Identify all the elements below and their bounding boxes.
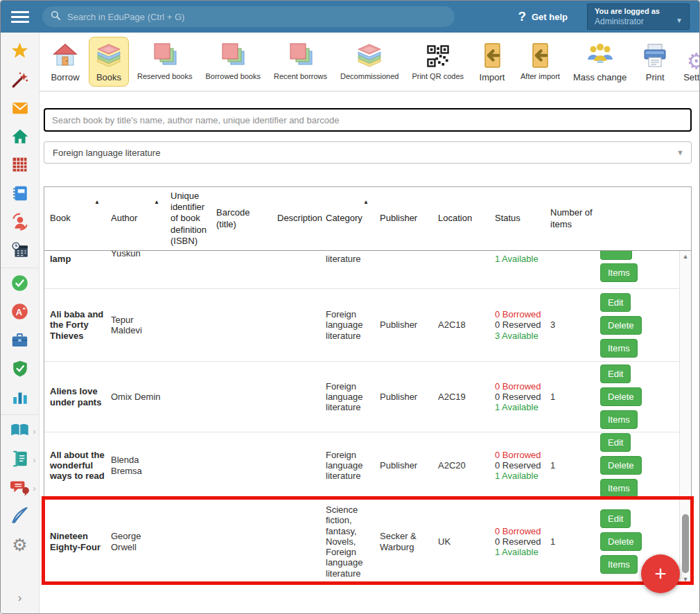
author-cell: Omix Demin (105, 362, 165, 432)
vertical-scrollbar[interactable]: ▲ ▼ (679, 251, 691, 584)
toolbar-item-settings[interactable]: ⚙⚙Settings (679, 37, 700, 87)
sidebar-item-star[interactable] (1, 38, 40, 67)
items-button[interactable]: Items (600, 479, 638, 498)
sidebar-item-grades[interactable]: A+ (1, 299, 40, 327)
hamburger-menu-icon[interactable] (11, 8, 29, 26)
column-header-description[interactable]: Description (272, 187, 320, 250)
toolbar-item-import[interactable]: Import (472, 37, 512, 87)
sidebar-item-results-chart[interactable] (1, 384, 40, 412)
column-header-location[interactable]: Location (432, 187, 489, 250)
author-cell: George Orwell (105, 499, 165, 584)
status-available: 1 Available (495, 547, 541, 557)
get-help-label: Get help (532, 12, 568, 22)
sidebar-item-home[interactable] (1, 123, 40, 152)
column-header-number-of-items[interactable]: Number of items (545, 187, 595, 250)
toolbar-item-reserved-books[interactable]: Reserved books (132, 37, 198, 85)
items-button[interactable]: Items (600, 555, 638, 574)
edit-button[interactable]: Edit (600, 433, 631, 452)
toolbar-item-books[interactable]: Books (89, 37, 129, 87)
column-header-unique-identifier-of-book-definition-isbn[interactable]: Unique identifier of book definition (IS… (165, 187, 211, 250)
toolbar-item-label: Settings (683, 72, 700, 82)
category-cell: Science fiction, fantasy, Novels, Foreig… (320, 499, 374, 584)
delete-button[interactable]: Delete (600, 387, 642, 406)
column-header-category[interactable]: Category▲ (320, 187, 374, 250)
sidebar-item-notebook[interactable] (1, 180, 40, 209)
column-header-book[interactable]: Book▲ (44, 187, 105, 250)
column-header-status[interactable]: Status (489, 187, 545, 250)
library-toolbar: BorrowBooksReserved booksBorrowed booksR… (40, 33, 699, 91)
delete-button[interactable]: Delete (600, 456, 642, 475)
overlapping-books-icon (286, 40, 316, 72)
toolbar-item-borrow[interactable]: Borrow (45, 37, 85, 87)
edit-button[interactable]: Edit (600, 509, 631, 528)
toolbar-item-label: After import (520, 72, 560, 80)
status-cell: 1 Available (489, 251, 545, 288)
sidebar-item-settings-gear[interactable]: ⚙ (1, 531, 40, 559)
scroll-up-icon[interactable]: ▲ (680, 253, 691, 260)
sidebar-item-documents[interactable]: › (1, 446, 40, 474)
status-reserved: 0 Reserved (495, 392, 541, 402)
table-row-highlighted: Nineteen Eighty-FourGeorge OrwellScience… (44, 499, 679, 584)
toolbar-item-recent-borrows[interactable]: Recent borrows (269, 37, 332, 85)
sidebar-item-admin-shield[interactable] (1, 356, 40, 384)
books-table: Book▲Author▲Unique identifier of book de… (44, 186, 692, 585)
category-cell: Foreign language literature (320, 362, 374, 432)
column-header-author[interactable]: Author▲ (105, 187, 165, 250)
table-row: Ali baba and the Forty ThievesTepur Mald… (44, 289, 679, 362)
category-cell: Foreign language literature (320, 432, 374, 498)
column-header-publisher[interactable]: Publisher (374, 187, 432, 250)
toolbar-item-label: Decommissioned (340, 72, 399, 80)
column-header-actions (595, 187, 691, 250)
toolbar-item-borrowed-books[interactable]: Borrowed books (201, 37, 266, 85)
status-available: 1 Available (495, 471, 541, 481)
column-header-barcode-title[interactable]: Barcode (title) (211, 187, 272, 250)
sidebar-item-timetable[interactable] (1, 152, 40, 180)
toolbar-item-print[interactable]: Print (635, 37, 675, 87)
global-search[interactable] (42, 6, 455, 27)
scroll-down-icon[interactable]: ▼ (680, 576, 691, 583)
book-search-input[interactable] (44, 108, 692, 132)
sidebar-item-creative-pen[interactable] (1, 502, 40, 531)
isbn-cell (165, 289, 211, 361)
table-row: lampYuskunliterature1 AvailableItems (44, 251, 679, 289)
edit-button[interactable]: Edit (600, 293, 631, 312)
sidebar-item-agenda-briefcase[interactable] (1, 327, 40, 356)
category-filter-value: Foreign language literature (53, 148, 160, 158)
sidebar-item-mail[interactable] (1, 95, 40, 123)
delete-button[interactable]: Delete (600, 316, 642, 335)
items-button[interactable]: Items (600, 410, 638, 429)
toolbar-item-mass-change[interactable]: Mass change (568, 37, 631, 87)
sidebar-item-calendar-clock[interactable] (1, 237, 40, 265)
edupage-window: ? Get help You are logged as Administrat… (0, 0, 700, 614)
actions-cell: Items (595, 251, 679, 288)
add-book-button[interactable]: + (641, 554, 680, 593)
communication-icon (10, 478, 30, 499)
status-borrowed: 0 Borrowed (495, 309, 541, 319)
item-count-cell: 1 (545, 362, 595, 432)
delete-button[interactable]: Delete (600, 532, 642, 551)
actions-cell: EditDeleteItems (595, 432, 679, 498)
logged-in-user-dropdown[interactable]: You are logged as Administrator ▼ (587, 3, 690, 30)
toolbar-item-print-qr-codes[interactable]: Print QR codes (407, 37, 469, 85)
isbn-cell (165, 362, 211, 432)
get-help-button[interactable]: ? Get help (518, 9, 568, 24)
barcode-cell (211, 251, 272, 288)
edit-button[interactable]: Edit (600, 365, 631, 383)
sidebar-item-library[interactable]: › (1, 417, 40, 446)
items-button[interactable]: Items (600, 263, 638, 282)
sidebar-item-substitution-person[interactable] (1, 209, 40, 237)
clipped-button[interactable] (600, 251, 632, 260)
expand-chevron-icon[interactable]: › (18, 591, 22, 605)
items-button[interactable]: Items (600, 339, 638, 358)
sidebar-item-magic-wand[interactable] (1, 67, 40, 95)
sidebar-item-attendance-check[interactable] (1, 270, 40, 299)
toolbar-item-after-import[interactable]: After import (516, 37, 565, 85)
scrollbar-thumb[interactable] (682, 514, 689, 573)
category-filter-select[interactable]: Foreign language literature ▼ (44, 141, 692, 164)
attendance-check-icon (10, 274, 29, 295)
global-search-input[interactable] (66, 11, 446, 23)
toolbar-item-label: Print QR codes (412, 72, 464, 80)
description-cell (272, 499, 320, 584)
sidebar-item-communication[interactable]: › (1, 474, 40, 502)
toolbar-item-decommissioned[interactable]: Decommissioned (335, 37, 403, 85)
